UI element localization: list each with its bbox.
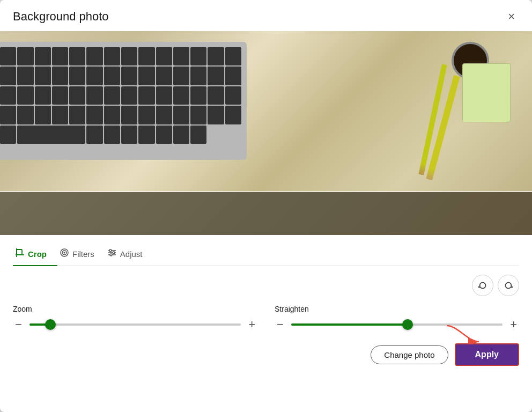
actions-row: Change photo Apply <box>13 343 519 366</box>
photo-separator <box>0 191 532 192</box>
zoom-track-row: − + <box>13 319 257 330</box>
tab-crop[interactable]: Crop <box>13 244 57 266</box>
tab-adjust[interactable]: Adjust <box>105 244 153 266</box>
dialog-title: Background photo <box>13 10 109 24</box>
laptop-keys <box>0 47 241 144</box>
zoom-slider-wrapper[interactable] <box>29 319 241 330</box>
straighten-label: Straighten <box>275 305 519 313</box>
zoom-label: Zoom <box>13 305 257 313</box>
close-button[interactable]: × <box>504 9 519 25</box>
controls-area: Crop Filters <box>0 235 532 412</box>
zoom-thumb[interactable] <box>45 319 56 330</box>
photo-preview-area <box>0 31 532 235</box>
svg-point-11 <box>110 254 112 256</box>
adjust-icon <box>107 248 117 260</box>
straighten-increase-button[interactable]: + <box>508 319 519 330</box>
background-photo-dialog: Background photo × <box>0 0 532 412</box>
zoom-slider-group: Zoom − + <box>13 305 257 330</box>
tab-adjust-label: Adjust <box>120 249 143 259</box>
svg-rect-0 <box>17 249 22 255</box>
straighten-fill <box>291 323 408 326</box>
apply-button[interactable]: Apply <box>455 343 519 366</box>
tab-filters[interactable]: Filters <box>57 244 105 266</box>
svg-point-10 <box>113 252 115 254</box>
photo-bottom-content <box>0 192 532 235</box>
apply-arrow-indicator <box>447 323 490 344</box>
dialog-header: Background photo × <box>0 0 532 31</box>
straighten-decrease-button[interactable]: − <box>275 319 286 330</box>
sliders-row: Zoom − + Straighten − <box>13 305 519 330</box>
zoom-increase-button[interactable]: + <box>246 319 257 330</box>
tab-filters-label: Filters <box>72 249 94 259</box>
rotate-buttons <box>13 275 519 296</box>
svg-point-9 <box>109 249 112 252</box>
straighten-thumb[interactable] <box>402 319 413 330</box>
crop-icon <box>15 248 25 260</box>
rotate-clockwise-button[interactable] <box>498 275 519 296</box>
filters-icon <box>60 248 69 260</box>
zoom-track <box>29 323 241 326</box>
notepad <box>462 63 511 122</box>
svg-point-5 <box>64 252 65 254</box>
photo-bottom-section <box>0 192 532 235</box>
edit-tabs: Crop Filters <box>13 244 519 266</box>
rotate-counterclockwise-button[interactable] <box>472 275 493 296</box>
laptop-keyboard <box>0 42 247 160</box>
change-photo-button[interactable]: Change photo <box>371 345 448 364</box>
tab-crop-label: Crop <box>28 249 47 259</box>
photo-top-section <box>0 31 532 192</box>
zoom-decrease-button[interactable]: − <box>13 319 24 330</box>
